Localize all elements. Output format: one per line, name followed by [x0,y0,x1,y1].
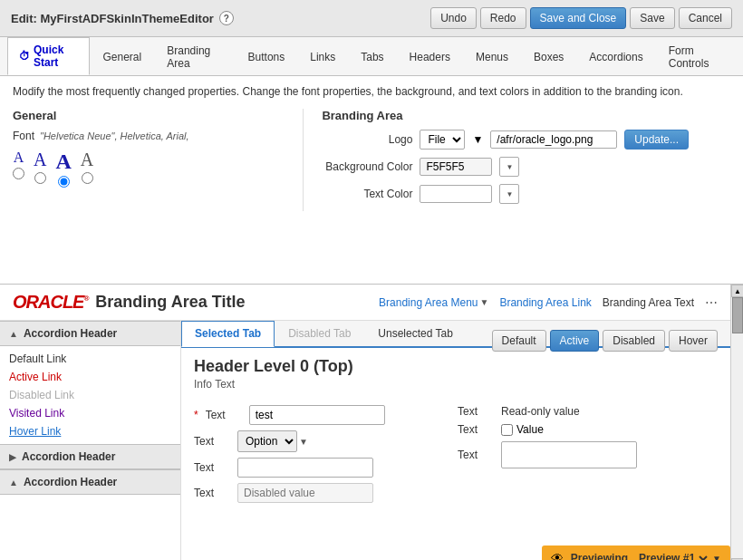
select-arrow-icon: ▼ [299,437,308,447]
quick-start-icon: ⏱ [19,50,30,63]
tab-branding-area[interactable]: Branding Area [155,38,234,75]
text-color-input[interactable] [420,185,492,203]
text-color-row: Text Color ▼ [322,184,730,204]
state-hover-button[interactable]: Hover [669,330,718,352]
save-button[interactable]: Save [630,7,674,29]
scroll-thumb[interactable] [732,297,743,333]
font-size-letter-4: A [81,150,93,170]
font-size-radio-3[interactable] [58,176,70,188]
state-active-button[interactable]: Active [550,330,600,352]
editor-panel: Modify the most frequently changed prope… [0,76,743,285]
tab-form-controls[interactable]: Form Controls [657,38,736,75]
oracle-text: ORACLE® [13,292,88,313]
bg-color-picker-button[interactable]: ▼ [499,157,519,177]
bg-color-input[interactable] [420,158,492,176]
scroll-up-button[interactable]: ▲ [731,285,743,297]
form-row-textarea: Text [458,441,718,468]
text-label-2: Text [194,435,230,448]
font-size-option-2[interactable]: A [34,150,46,188]
undo-button[interactable]: Undo [430,7,477,29]
top-toolbar: Edit: MyFirstADFSkinInThemeEditor ? Undo… [0,0,743,37]
font-size-letter-3: A [55,150,71,174]
font-size-radio-2[interactable] [34,172,46,184]
toolbar-buttons: Undo Redo Save and Close Save Cancel [430,7,732,29]
logo-path-input[interactable] [490,130,617,149]
tab-tabs[interactable]: Tabs [349,44,395,69]
bg-color-label: Background Color [322,160,412,173]
content-tab-selected[interactable]: Selected Tab [181,321,275,347]
accordion-header-2[interactable]: ▶ Accordion Header [0,444,180,469]
branding-area-text: Branding Area Text [603,296,694,309]
page-title-area: Edit: MyFirstADFSkinInThemeEditor ? [11,11,234,25]
content-tab-disabled[interactable]: Disabled Tab [275,321,364,346]
font-size-option-3[interactable]: A [55,150,71,188]
preview-sidebar: ▲ Accordion Header Default Link Active L… [0,321,181,560]
cancel-button[interactable]: Cancel [679,7,732,29]
disabled-input [237,483,373,503]
content-tab-unselected[interactable]: Unselected Tab [364,321,467,346]
form-left-column: * Text Text Option ▼ [194,405,454,508]
update-button[interactable]: Update... [624,130,689,150]
tab-menus[interactable]: Menus [464,44,520,69]
tab-accordions[interactable]: Accordions [577,44,654,69]
tab-links[interactable]: Links [298,44,347,69]
scrollbar-track: ▲ ▼ [730,285,743,560]
accordion-expand-arrow-icon-2: ▶ [9,452,16,462]
tab-general[interactable]: General [92,44,154,69]
link-hover[interactable]: Hover Link [9,422,171,440]
link-active[interactable]: Active Link [9,368,171,386]
branding-panel: Branding Area Logo File ▼ Update... Back… [322,109,730,211]
checkbox-wrap: Value [501,423,544,436]
text-input-1[interactable] [249,405,385,425]
form-row-disabled-input: Text [194,483,454,503]
font-row: Font "Helvetica Neue", Helvetica, Arial, [13,130,285,142]
text-label-6: Text [458,423,494,436]
text-color-picker-button[interactable]: ▼ [499,184,519,204]
help-icon[interactable]: ? [219,11,234,25]
state-disabled-button[interactable]: Disabled [603,330,665,352]
redo-button[interactable]: Redo [480,7,526,29]
text-label-5: Text [458,405,494,418]
font-size-option-4[interactable]: A [81,150,93,188]
logo-type-select[interactable]: File [420,130,465,150]
oracle-logo: ORACLE® Branding Area Title [13,292,245,313]
info-text-label: Info Text [194,378,353,391]
branding-area-title: Branding Area Title [95,293,245,312]
preview-select-wrap: Preview #1 ▼ [635,551,721,560]
preview-body: ▲ Accordion Header Default Link Active L… [0,321,730,560]
accordion-header-1[interactable]: ▲ Accordion Header [0,321,180,346]
accordion-expand-arrow-icon-3: ▲ [9,478,18,488]
menu-dropdown-arrow-icon: ▼ [480,297,489,307]
content-body: Header Level 0 (Top) Info Text Default A… [181,348,730,517]
tab-boxes[interactable]: Boxes [522,44,575,69]
form-row-text-input: * Text [194,405,454,425]
state-default-button[interactable]: Default [492,330,546,352]
preview-select[interactable]: Preview #1 [635,551,710,560]
tab-buttons[interactable]: Buttons [236,44,297,69]
option-select[interactable]: Option [237,430,297,452]
link-default[interactable]: Default Link [9,350,171,368]
nav-more-icon[interactable]: ⋯ [705,295,718,310]
font-size-radio-4[interactable] [82,172,93,184]
text-input-2[interactable] [237,458,373,478]
dropdown-arrow-icon: ▼ [472,133,483,146]
accordion-header-3[interactable]: ▲ Accordion Header [0,469,180,495]
tab-headers[interactable]: Headers [398,44,462,69]
textarea-input[interactable] [501,441,637,468]
save-close-button[interactable]: Save and Close [530,7,627,29]
form-row-readonly: Text Read-only value [458,405,718,418]
oracle-nav: Branding Area Menu ▼ Branding Area Link … [379,295,718,310]
general-panel: General Font "Helvetica Neue", Helvetica… [13,109,304,211]
tab-quick-start[interactable]: ⏱ Quick Start [7,37,90,75]
branding-area-menu-link[interactable]: Branding Area Menu ▼ [379,296,488,309]
font-size-radio-1[interactable] [13,168,24,179]
branding-area-link[interactable]: Branding Area Link [499,296,591,309]
checkbox-label: Value [516,423,544,436]
link-visited[interactable]: Visited Link [9,404,171,422]
checkbox-input[interactable] [501,424,513,436]
general-panel-title: General [13,109,285,122]
form-row-select: Text Option ▼ [194,430,454,452]
font-label: Font [13,130,34,142]
state-buttons: Default Active Disabled Hover [492,330,718,352]
font-size-option-1[interactable]: A [13,150,24,188]
